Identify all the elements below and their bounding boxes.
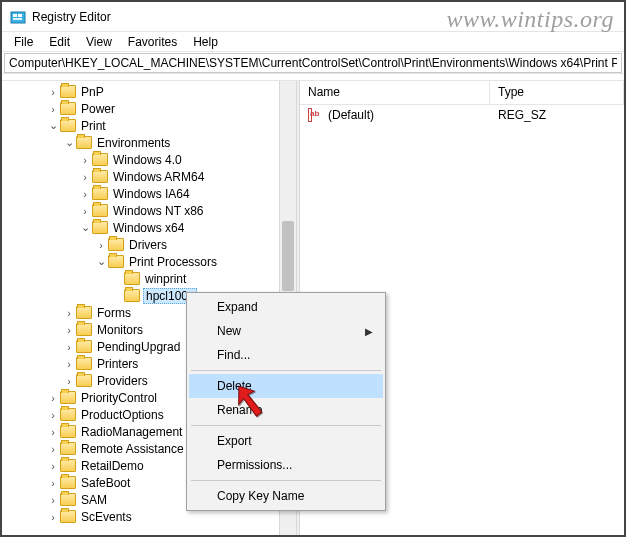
- expand-toggle[interactable]: ›: [62, 341, 76, 353]
- ctx-label: Find...: [217, 348, 250, 362]
- tree-node-pnp[interactable]: ›PnP: [2, 83, 296, 100]
- expand-toggle[interactable]: ›: [78, 205, 92, 217]
- menu-help[interactable]: Help: [185, 34, 226, 50]
- tree-node-print-processors[interactable]: ⌄Print Processors: [2, 253, 296, 270]
- ctx-label: Rename: [217, 403, 262, 417]
- expand-toggle[interactable]: ›: [62, 307, 76, 319]
- folder-icon: [60, 510, 76, 523]
- folder-icon: [60, 493, 76, 506]
- tree-node-windows-arm64[interactable]: ›Windows ARM64: [2, 168, 296, 185]
- expand-toggle[interactable]: ›: [78, 171, 92, 183]
- tree-node-windows-x64[interactable]: ⌄Windows x64: [2, 219, 296, 236]
- window-title: Registry Editor: [32, 10, 111, 24]
- tree-label: SafeBoot: [79, 476, 132, 490]
- folder-icon: [60, 119, 76, 132]
- scrollbar-thumb[interactable]: [282, 221, 294, 291]
- ctx-permissions-[interactable]: Permissions...: [189, 453, 383, 477]
- tree-node-winprint[interactable]: winprint: [2, 270, 296, 287]
- menu-separator: [191, 370, 381, 371]
- ctx-rename[interactable]: Rename: [189, 398, 383, 422]
- ctx-find-[interactable]: Find...: [189, 343, 383, 367]
- tree-node-windows-nt-x86[interactable]: ›Windows NT x86: [2, 202, 296, 219]
- folder-icon: [76, 374, 92, 387]
- svg-rect-1: [13, 14, 17, 17]
- expand-toggle[interactable]: ⌄: [78, 221, 92, 234]
- expand-toggle[interactable]: ›: [78, 154, 92, 166]
- expand-toggle[interactable]: ›: [46, 443, 60, 455]
- folder-icon: [124, 272, 140, 285]
- menu-edit[interactable]: Edit: [41, 34, 78, 50]
- folder-icon: [92, 187, 108, 200]
- folder-icon: [92, 170, 108, 183]
- folder-icon: [124, 289, 140, 302]
- expand-toggle[interactable]: ›: [62, 375, 76, 387]
- tree-label: Remote Assistance: [79, 442, 186, 456]
- folder-icon: [76, 357, 92, 370]
- folder-icon: [108, 255, 124, 268]
- expand-toggle[interactable]: ⌄: [94, 255, 108, 268]
- expand-toggle[interactable]: ⌄: [62, 136, 76, 149]
- ctx-delete[interactable]: Delete: [189, 374, 383, 398]
- tree-label: winprint: [143, 272, 188, 286]
- column-type[interactable]: Type: [490, 81, 624, 104]
- tree-label: Windows x64: [111, 221, 186, 235]
- tree-label: Monitors: [95, 323, 145, 337]
- tree-label: RadioManagement: [79, 425, 184, 439]
- tree-label: ProductOptions: [79, 408, 166, 422]
- expand-toggle[interactable]: ›: [46, 460, 60, 472]
- folder-icon: [92, 204, 108, 217]
- folder-icon: [60, 391, 76, 404]
- expand-toggle[interactable]: ›: [94, 239, 108, 251]
- expand-toggle[interactable]: ›: [46, 426, 60, 438]
- expand-toggle[interactable]: ›: [62, 358, 76, 370]
- ctx-label: Copy Key Name: [217, 489, 304, 503]
- column-name[interactable]: Name: [300, 81, 490, 104]
- ctx-label: Delete: [217, 379, 252, 393]
- expand-toggle[interactable]: ›: [46, 494, 60, 506]
- tree-label: Windows IA64: [111, 187, 192, 201]
- expand-toggle[interactable]: ›: [46, 409, 60, 421]
- tree-label: Power: [79, 102, 117, 116]
- ctx-export[interactable]: Export: [189, 429, 383, 453]
- tree-label: Print: [79, 119, 108, 133]
- ctx-expand[interactable]: Expand: [189, 295, 383, 319]
- expand-toggle[interactable]: ›: [46, 103, 60, 115]
- menu-file[interactable]: File: [6, 34, 41, 50]
- expand-toggle[interactable]: ›: [46, 392, 60, 404]
- tree-label: Windows ARM64: [111, 170, 206, 184]
- menu-view[interactable]: View: [78, 34, 120, 50]
- expand-toggle[interactable]: ›: [46, 511, 60, 523]
- tree-label: Providers: [95, 374, 150, 388]
- expand-toggle[interactable]: ›: [62, 324, 76, 336]
- expand-toggle[interactable]: ›: [46, 86, 60, 98]
- expand-toggle[interactable]: ›: [78, 188, 92, 200]
- tree-node-print[interactable]: ⌄Print: [2, 117, 296, 134]
- menu-bar: File Edit View Favorites Help: [2, 32, 624, 52]
- tree-label: Environments: [95, 136, 172, 150]
- title-bar: Registry Editor: [2, 2, 624, 32]
- menu-separator: [191, 480, 381, 481]
- folder-icon: [60, 459, 76, 472]
- ctx-copy-key-name[interactable]: Copy Key Name: [189, 484, 383, 508]
- context-menu: ExpandNew▶Find...DeleteRenameExportPermi…: [186, 292, 386, 511]
- tree-label: PriorityControl: [79, 391, 159, 405]
- submenu-arrow-icon: ▶: [365, 326, 373, 337]
- tree-label: Print Processors: [127, 255, 219, 269]
- tree-node-windows-4-0[interactable]: ›Windows 4.0: [2, 151, 296, 168]
- tree-label: Windows NT x86: [111, 204, 205, 218]
- tree-node-windows-ia64[interactable]: ›Windows IA64: [2, 185, 296, 202]
- folder-icon: [60, 102, 76, 115]
- svg-rect-3: [13, 18, 22, 20]
- list-row[interactable]: (Default) REG_SZ: [300, 105, 624, 125]
- ctx-label: New: [217, 324, 241, 338]
- tree-node-power[interactable]: ›Power: [2, 100, 296, 117]
- expand-toggle[interactable]: ›: [46, 477, 60, 489]
- address-input[interactable]: [4, 53, 622, 73]
- menu-favorites[interactable]: Favorites: [120, 34, 185, 50]
- folder-icon: [92, 153, 108, 166]
- tree-node-environments[interactable]: ⌄Environments: [2, 134, 296, 151]
- ctx-new[interactable]: New▶: [189, 319, 383, 343]
- tree-node-drivers[interactable]: ›Drivers: [2, 236, 296, 253]
- expand-toggle[interactable]: ⌄: [46, 119, 60, 132]
- tree-label: PnP: [79, 85, 106, 99]
